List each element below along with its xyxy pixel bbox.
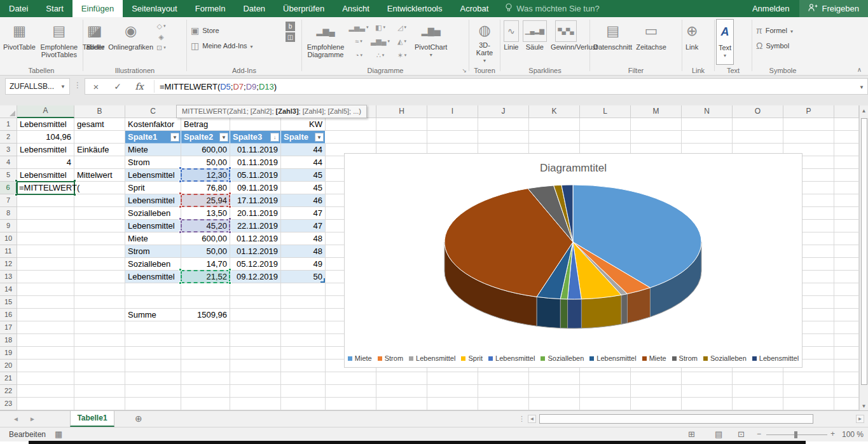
- legend-item[interactable]: Strom: [672, 354, 698, 362]
- view-page-layout-icon[interactable]: ▤: [715, 429, 722, 439]
- tab-einfuegen[interactable]: Einfügen: [72, 0, 123, 17]
- cell-stub[interactable]: [834, 156, 859, 169]
- cell-D17[interactable]: [181, 321, 230, 334]
- cell-B23[interactable]: [74, 398, 125, 410]
- cell-C3[interactable]: Miete: [125, 144, 181, 156]
- horizontal-scroll-thumb[interactable]: [539, 414, 813, 424]
- zeitachse-button[interactable]: ▭ Zeitachse: [634, 19, 668, 65]
- cell-B17[interactable]: [74, 321, 125, 334]
- cell-I21[interactable]: [427, 372, 478, 385]
- cell-stub[interactable]: [834, 169, 859, 182]
- cell-O2[interactable]: [733, 131, 783, 144]
- cell-G21[interactable]: [326, 372, 376, 385]
- share-button[interactable]: Freigeben: [799, 0, 868, 17]
- cell-A17[interactable]: [17, 321, 74, 334]
- column-header-K[interactable]: K: [529, 105, 580, 118]
- sheet-tab-tabelle1[interactable]: Tabelle1: [70, 411, 114, 427]
- cell-E15[interactable]: [230, 296, 281, 309]
- cell-O23[interactable]: [733, 398, 783, 410]
- cell-N21[interactable]: [682, 372, 733, 385]
- column-header-M[interactable]: M: [631, 105, 682, 118]
- sparkline-saeule-button[interactable]: ▁▄▂▆ Säule: [521, 19, 549, 65]
- cell-E23[interactable]: [230, 398, 281, 410]
- cell-A14[interactable]: [17, 283, 74, 296]
- row-header-23[interactable]: 23: [0, 398, 17, 410]
- row-header-11[interactable]: 11: [0, 245, 17, 258]
- cell-H23[interactable]: [376, 398, 427, 410]
- range-highlight-D5[interactable]: [181, 168, 230, 182]
- legend-item[interactable]: Lebensmittel: [409, 354, 455, 362]
- cell-F1[interactable]: KW: [281, 118, 326, 131]
- cell-L2[interactable]: [580, 131, 631, 144]
- collapse-ribbon-button[interactable]: ∧: [857, 66, 862, 73]
- cell-C14[interactable]: [125, 283, 181, 296]
- cell-E22[interactable]: [230, 385, 281, 398]
- cell-H1[interactable]: [376, 118, 427, 131]
- cell-stub[interactable]: [834, 360, 859, 372]
- cell-F11[interactable]: 48: [281, 245, 326, 258]
- cell-K22[interactable]: [529, 385, 580, 398]
- cell-M23[interactable]: [631, 398, 682, 410]
- cell-stub[interactable]: [834, 347, 859, 360]
- sign-in-button[interactable]: Anmelden: [742, 0, 800, 17]
- row-header-8[interactable]: 8: [0, 207, 17, 220]
- sheet-nav-left-icon[interactable]: ◄: [13, 415, 19, 422]
- row-header-2[interactable]: 2: [0, 131, 17, 144]
- cell-C6[interactable]: Sprit: [125, 182, 181, 194]
- cell-B14[interactable]: [74, 283, 125, 296]
- cell-E9[interactable]: 22.11.2019: [230, 220, 281, 232]
- cell-A5[interactable]: Lebensmittel: [17, 169, 74, 182]
- cell-stub[interactable]: [834, 385, 859, 398]
- cell-C11[interactable]: Strom: [125, 245, 181, 258]
- range-handle[interactable]: [228, 217, 231, 220]
- cell-stub[interactable]: [834, 334, 859, 347]
- bing-maps-button[interactable]: b: [286, 22, 295, 30]
- cell-O1[interactable]: [733, 118, 783, 131]
- range-handle[interactable]: [179, 180, 182, 183]
- cell-E16[interactable]: [230, 309, 281, 321]
- cell-C18[interactable]: [125, 334, 181, 347]
- cell-F6[interactable]: 45: [281, 182, 326, 194]
- cell-L23[interactable]: [580, 398, 631, 410]
- cell-stub[interactable]: [834, 271, 859, 283]
- cell-M2[interactable]: [631, 131, 682, 144]
- cell-E18[interactable]: [230, 334, 281, 347]
- cell-A9[interactable]: [17, 220, 74, 232]
- cell-A11[interactable]: [17, 245, 74, 258]
- 3d-karte-button[interactable]: ◍ 3D-Karte ▾: [471, 19, 499, 65]
- table-resize-handle[interactable]: [320, 278, 325, 283]
- cell-F12[interactable]: 49: [281, 258, 326, 271]
- cell-stub[interactable]: [834, 144, 859, 156]
- cell-A2[interactable]: 104,96: [17, 131, 74, 144]
- pie-3d[interactable]: [345, 154, 803, 344]
- cell-B20[interactable]: [74, 360, 125, 372]
- chart-type-button-6[interactable]: ◔▾: [348, 48, 369, 62]
- cell-stub[interactable]: [834, 194, 859, 207]
- cell-F13[interactable]: 50: [281, 271, 326, 283]
- cell-A20[interactable]: [17, 360, 74, 372]
- cell-D10[interactable]: 600,00: [181, 232, 230, 245]
- cell-D19[interactable]: [181, 347, 230, 360]
- row-header-19[interactable]: 19: [0, 347, 17, 360]
- tab-formeln[interactable]: Formeln: [186, 0, 235, 17]
- cell-M21[interactable]: [631, 372, 682, 385]
- cell-E1[interactable]: [230, 118, 281, 131]
- cell-stub[interactable]: [834, 321, 859, 334]
- cell-O22[interactable]: [733, 385, 783, 398]
- vertical-scrollbar[interactable]: ▲ ▼: [859, 105, 868, 410]
- cell-A16[interactable]: [17, 309, 74, 321]
- meine-addins-button[interactable]: ◫ Meine Add-Ins ▾: [188, 38, 256, 53]
- cell-stub[interactable]: [834, 398, 859, 410]
- range-handle[interactable]: [179, 281, 182, 285]
- cell-F17[interactable]: [281, 321, 326, 334]
- tab-acrobat[interactable]: Acrobat: [451, 0, 498, 17]
- cell-A23[interactable]: [17, 398, 74, 410]
- cell-B5[interactable]: Mittelwert: [74, 169, 125, 182]
- cell-stub[interactable]: [834, 220, 859, 232]
- cell-stub[interactable]: [834, 232, 859, 245]
- empfohlene-pivottables-button[interactable]: ▤ Empfohlene PivotTables: [38, 19, 81, 65]
- link-button[interactable]: ⊕ Link: [684, 19, 700, 65]
- range-handle[interactable]: [228, 192, 231, 195]
- cell-C10[interactable]: Miete: [125, 232, 181, 245]
- column-header-O[interactable]: O: [733, 105, 783, 118]
